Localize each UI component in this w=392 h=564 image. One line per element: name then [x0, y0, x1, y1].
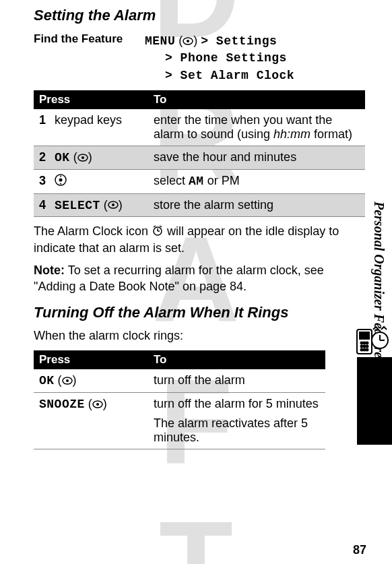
col-to: To — [148, 350, 325, 369]
nav-key-icon — [55, 174, 67, 189]
svg-line-27 — [154, 226, 156, 227]
svg-point-7 — [366, 346, 368, 348]
step-num: 2 — [39, 150, 51, 164]
step-press-lcd: SELECT — [55, 199, 100, 212]
col-to: To — [148, 90, 365, 109]
table-row: OK () turn off the alarm — [34, 369, 325, 392]
step-press: keypad keys — [55, 113, 122, 127]
table-row: 2 OK () save the hour and minutes — [34, 146, 365, 169]
alarm-clock-icon — [152, 224, 164, 241]
step-to: save the hour and minutes — [148, 146, 365, 169]
paragraph-alarm-icon: The Alarm Clock icon will appear on the … — [34, 224, 365, 256]
steps-table-2: Press To OK () turn off the alarm SNOOZE… — [34, 350, 325, 449]
step-num: 3 — [39, 174, 51, 188]
step-press-lcd: OK — [55, 151, 70, 164]
press-lcd: SNOOZE — [39, 398, 85, 411]
svg-line-28 — [160, 226, 162, 227]
note-paragraph: Note: To set a recurring alarm for the a… — [34, 263, 365, 294]
find-feature-block: Find the Feature MENU () > Settings > Ph… — [34, 32, 365, 84]
press-lcd: OK — [39, 374, 55, 387]
svg-point-15 — [187, 40, 189, 42]
alarm-phone-icon — [353, 320, 391, 361]
to-text: turn off the alarm for 5 minutes — [154, 397, 320, 411]
subsection-heading: Turning Off the Alarm When It Rings — [34, 304, 365, 321]
svg-point-19 — [59, 178, 63, 181]
step-to-b: format) — [311, 127, 352, 141]
svg-point-2 — [361, 342, 363, 344]
softkey-dot-icon — [77, 151, 88, 165]
menu-path-2: > Phone Settings — [165, 51, 287, 65]
para1-a: The Alarm Clock icon — [34, 224, 152, 238]
table-row: 1 keypad keys enter the time when you wa… — [34, 109, 365, 146]
softkey-dot-icon — [108, 198, 119, 212]
table-row: 4 SELECT () store the alarm setting — [34, 193, 365, 217]
softkey-dot-icon — [92, 398, 103, 412]
softkey-dot-icon — [62, 374, 73, 388]
svg-point-20 — [60, 175, 61, 177]
step-to-italic: hh:mm — [273, 127, 311, 141]
note-label: Note: — [34, 263, 65, 277]
svg-point-21 — [60, 183, 61, 184]
svg-point-32 — [96, 403, 99, 406]
svg-point-23 — [112, 203, 115, 206]
softkey-dot-icon — [183, 33, 193, 49]
step-to-b: or PM — [204, 174, 240, 187]
note-text: To set a recurring alarm for the alarm c… — [34, 263, 324, 292]
svg-point-5 — [361, 346, 363, 348]
svg-point-3 — [364, 342, 366, 344]
svg-point-10 — [366, 349, 368, 351]
menu-path-3: > Set Alarm Clock — [165, 69, 294, 82]
steps-table-1: Press To 1 keypad keys enter the time wh… — [34, 90, 365, 218]
svg-point-17 — [81, 156, 84, 159]
menu-button-paren-close: ) — [193, 34, 201, 47]
menu-path: MENU () > Settings > Phone Settings > Se… — [145, 32, 294, 84]
step-num: 4 — [39, 198, 51, 212]
find-feature-label: Find the Feature — [34, 32, 145, 46]
section-heading: Setting the Alarm — [34, 7, 365, 24]
svg-point-30 — [66, 379, 69, 382]
table-row: 3 select AM or PM — [34, 169, 365, 193]
side-black-tab — [357, 357, 392, 445]
menu-path-1: > Settings — [201, 34, 277, 48]
to-extra: The alarm reactivates after 5 minutes. — [154, 416, 320, 445]
svg-rect-1 — [360, 332, 369, 339]
col-press: Press — [34, 350, 148, 369]
svg-point-8 — [361, 349, 363, 351]
svg-point-9 — [364, 349, 366, 351]
step-to-a: select — [154, 174, 189, 187]
col-press: Press — [34, 90, 148, 109]
to-text: turn off the alarm — [148, 369, 325, 392]
menu-word: MENU — [145, 34, 175, 48]
step-to-lcd: AM — [189, 175, 204, 188]
step-to: store the alarm setting — [148, 193, 365, 217]
paragraph-rings: When the alarm clock rings: — [34, 328, 365, 344]
step-num: 1 — [39, 113, 51, 127]
svg-point-6 — [364, 346, 366, 348]
table-row: SNOOZE () turn off the alarm for 5 minut… — [34, 393, 325, 449]
svg-point-4 — [366, 342, 368, 344]
